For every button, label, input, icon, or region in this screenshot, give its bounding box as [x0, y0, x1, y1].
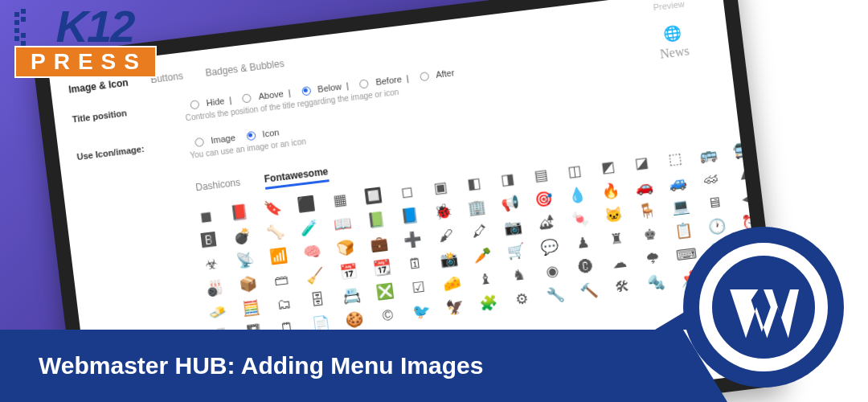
picker-icon[interactable]: ◧ — [465, 174, 482, 192]
picker-icon[interactable]: 🧮 — [242, 299, 260, 317]
picker-icon[interactable]: 🖍 — [471, 223, 489, 240]
picker-icon[interactable]: ☣ — [203, 256, 220, 273]
picker-icon[interactable]: ◪ — [633, 154, 650, 171]
picker-icon[interactable]: 🖌 — [437, 227, 455, 244]
picker-icon[interactable]: 🖥 — [705, 194, 723, 211]
picker-icon[interactable]: 💧 — [568, 187, 586, 204]
picker-icon[interactable]: ▤ — [532, 166, 550, 184]
picker-icon[interactable]: 🪑 — [638, 202, 656, 219]
radio-above[interactable] — [242, 93, 252, 103]
picker-icon[interactable]: ▣ — [432, 178, 449, 196]
picker-icon[interactable]: 🧀 — [443, 274, 461, 292]
picker-icon[interactable]: © — [379, 306, 396, 324]
picker-icon[interactable]: ♜ — [608, 230, 625, 248]
picker-icon[interactable]: 🔥 — [602, 182, 620, 199]
picker-icon[interactable]: 💬 — [541, 238, 559, 256]
picker-icon[interactable]: 🔨 — [580, 282, 598, 300]
radio-hide[interactable] — [190, 100, 199, 109]
radio-after[interactable] — [420, 72, 429, 81]
picker-icon[interactable]: 🐦 — [412, 302, 430, 320]
picker-icon[interactable]: 🛒 — [507, 242, 525, 260]
picker-icon[interactable]: 🗃 — [272, 271, 290, 289]
picker-icon[interactable]: 📢 — [502, 195, 519, 212]
picker-icon[interactable]: 🚍 — [733, 142, 751, 159]
picker-icon[interactable]: 🔲 — [364, 187, 382, 204]
picker-icon[interactable]: 🏕 — [538, 214, 555, 232]
picker-icon[interactable]: 📘 — [401, 207, 419, 224]
picker-icon[interactable]: ☑ — [409, 278, 427, 296]
picker-icon[interactable]: 📸 — [440, 251, 458, 269]
picker-icon[interactable]: ♚ — [641, 226, 659, 244]
picker-icon[interactable]: 🏢 — [468, 199, 485, 216]
radio-before[interactable] — [359, 79, 369, 88]
tab-fontawesome[interactable]: Fontawesome — [264, 166, 330, 190]
picker-icon[interactable]: 📖 — [334, 215, 351, 232]
picker-icon[interactable]: 💼 — [370, 235, 387, 252]
picker-icon[interactable]: 🍪 — [346, 310, 363, 328]
picker-icon[interactable]: 📗 — [367, 211, 385, 228]
picker-icon[interactable]: 🍞 — [337, 239, 354, 256]
picker-icon[interactable]: 📶 — [269, 247, 287, 265]
picker-icon[interactable]: 🧠 — [303, 243, 321, 260]
picker-icon[interactable]: ♞ — [510, 266, 528, 284]
picker-icon[interactable]: 🗄 — [309, 291, 326, 309]
picker-icon[interactable]: ➕ — [403, 231, 421, 248]
picker-icon[interactable]: 🅱 — [199, 232, 217, 249]
picker-icon[interactable]: ♟ — [574, 234, 592, 252]
picker-icon[interactable]: 🦅 — [446, 298, 464, 316]
picker-icon[interactable]: 🅒 — [577, 258, 595, 276]
picker-icon[interactable]: 🗂 — [276, 295, 293, 313]
picker-icon[interactable]: 🎳 — [206, 279, 223, 297]
picker-icon[interactable]: 🚌 — [699, 146, 717, 163]
picker-icon[interactable]: ◀ — [739, 190, 756, 207]
picker-icon[interactable]: 📆 — [373, 259, 391, 277]
picker-icon[interactable]: ◫ — [565, 162, 583, 180]
picker-icon[interactable]: ⬚ — [665, 150, 683, 167]
picker-icon[interactable]: 🔧 — [547, 286, 564, 304]
picker-icon[interactable]: 🐞 — [434, 203, 452, 220]
picker-icon[interactable]: ⚙ — [513, 290, 530, 308]
picker-icon[interactable]: 🐱 — [604, 206, 622, 224]
picker-icon[interactable]: ◩ — [599, 158, 616, 176]
picker-icon[interactable]: ☁ — [611, 254, 628, 272]
picker-icon[interactable]: 📇 — [342, 287, 360, 305]
picker-icon[interactable]: 🚙 — [669, 174, 686, 191]
picker-icon[interactable]: 📕 — [230, 203, 248, 221]
picker-icon[interactable]: 🚗 — [635, 178, 653, 195]
picker-icon[interactable]: 🌩 — [644, 250, 661, 268]
picker-icon[interactable]: ◻ — [398, 183, 416, 200]
picker-icon[interactable]: ⌨ — [678, 245, 695, 263]
picker-icon[interactable]: 💻 — [672, 198, 690, 215]
picker-icon[interactable]: 🧹 — [306, 267, 324, 285]
picker-icon[interactable]: 📦 — [239, 275, 256, 293]
picker-icon[interactable]: 💣 — [233, 228, 251, 245]
tab-image-icon[interactable]: Image & Icon — [68, 77, 129, 96]
picker-icon[interactable]: ◼ — [197, 207, 215, 225]
picker-icon[interactable]: 🕐 — [708, 218, 726, 236]
radio-below[interactable] — [301, 86, 311, 96]
picker-icon[interactable]: 📷 — [504, 219, 522, 236]
picker-icon[interactable]: 🧪 — [300, 219, 317, 236]
picker-icon[interactable]: ▦ — [330, 191, 348, 209]
picker-icon[interactable]: 📡 — [236, 251, 254, 269]
picker-icon[interactable]: 🦴 — [267, 224, 285, 241]
radio-icon[interactable] — [246, 130, 256, 140]
picker-icon[interactable]: ◨ — [498, 170, 516, 188]
picker-icon[interactable]: 🛠 — [613, 277, 631, 295]
picker-icon[interactable]: 🔖 — [264, 199, 281, 217]
tab-badges[interactable]: Badges & Bubbles — [205, 58, 285, 79]
picker-icon[interactable]: 🍬 — [571, 210, 589, 228]
picker-icon[interactable]: 🥕 — [473, 246, 491, 264]
tab-dashicons[interactable]: Dashicons — [195, 177, 242, 199]
picker-icon[interactable]: 🏎 — [702, 170, 720, 187]
picker-icon[interactable]: ▲ — [735, 166, 753, 183]
radio-image[interactable] — [194, 137, 204, 146]
picker-icon[interactable]: 📋 — [674, 222, 692, 240]
picker-icon[interactable]: ◉ — [543, 262, 561, 280]
picker-icon[interactable]: 🗓 — [407, 255, 424, 273]
picker-icon[interactable]: 📅 — [339, 263, 357, 281]
picker-icon[interactable]: ❎ — [376, 283, 394, 301]
picker-icon[interactable]: ⬛ — [297, 195, 315, 213]
picker-icon[interactable]: ♝ — [477, 270, 494, 288]
picker-icon[interactable]: 🧈 — [208, 303, 226, 321]
